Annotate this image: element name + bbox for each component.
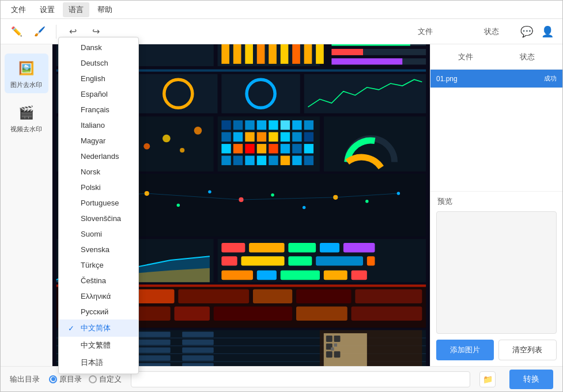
file-row[interactable]: 01.png 成功	[430, 70, 562, 88]
lang-cestina[interactable]: Čeština	[59, 273, 138, 288]
svg-rect-53	[233, 132, 243, 142]
svg-rect-6	[221, 44, 229, 64]
svg-rect-151	[326, 336, 332, 342]
svg-rect-59	[304, 132, 313, 142]
status-col-header: 状态	[471, 26, 512, 37]
svg-point-42	[194, 127, 202, 135]
svg-rect-60	[221, 144, 231, 153]
lang-ellinika[interactable]: Ελληνικά	[59, 288, 138, 304]
preview-thumbnail	[436, 211, 557, 334]
lang-russian[interactable]: Русский	[59, 304, 138, 319]
brush-tool-button[interactable]: 🖌️	[31, 22, 49, 41]
svg-rect-49	[281, 120, 290, 130]
radio-original-dir[interactable]: 原目录	[49, 374, 82, 385]
undo-icon: ↩	[69, 26, 77, 37]
lang-italiano[interactable]: Italiano	[59, 117, 138, 133]
lang-deutsch[interactable]: Deutsch	[59, 55, 138, 71]
svg-point-86	[303, 206, 305, 209]
folder-icon: 📁	[483, 375, 493, 384]
svg-rect-119	[253, 290, 292, 304]
lang-japanese[interactable]: 日本語	[59, 354, 138, 371]
clear-list-button[interactable]: 清空列表	[498, 340, 557, 360]
add-image-button[interactable]: 添加图片	[436, 340, 494, 360]
lang-espanol[interactable]: Español	[59, 86, 138, 102]
svg-rect-99	[249, 243, 284, 252]
svg-rect-155	[331, 347, 334, 350]
lang-slovenscina[interactable]: Slovenščina	[59, 211, 138, 226]
svg-rect-46	[245, 120, 254, 130]
svg-rect-14	[316, 44, 324, 64]
svg-rect-13	[304, 44, 312, 64]
lang-francais[interactable]: Français	[59, 102, 138, 117]
file-col-header: 文件	[379, 26, 471, 37]
menu-settings[interactable]: 设置	[34, 2, 61, 17]
svg-rect-73	[281, 156, 290, 165]
output-label: 输出目录	[10, 374, 40, 385]
pen-tool-button[interactable]: ✏️	[7, 22, 26, 41]
right-panel-header: 文件 状态	[430, 44, 562, 70]
lang-nederlands[interactable]: Nederlands	[59, 149, 138, 164]
svg-rect-146	[182, 347, 214, 353]
svg-rect-61	[233, 144, 243, 153]
svg-rect-65	[281, 144, 290, 153]
svg-rect-55	[257, 132, 266, 142]
svg-rect-48	[269, 120, 278, 130]
lang-svenska[interactable]: Svenska	[59, 242, 138, 257]
folder-browse-button[interactable]: 📁	[479, 371, 496, 387]
svg-rect-74	[292, 156, 301, 165]
svg-point-88	[365, 200, 368, 203]
radio-original-dot	[49, 375, 57, 383]
lang-polski[interactable]: Polski	[59, 180, 138, 195]
svg-rect-67	[304, 144, 313, 153]
radio-custom-dir[interactable]: 自定义	[89, 374, 122, 385]
svg-rect-68	[221, 156, 231, 165]
right-panel: 文件 状态 01.png 成功 预览 添加图片 清空列表	[430, 44, 562, 366]
lang-chinese-traditional[interactable]: 中文繁體	[59, 337, 138, 354]
lang-turkce[interactable]: Türkçe	[59, 257, 138, 273]
svg-rect-107	[367, 256, 375, 265]
lang-norsk[interactable]: Norsk	[59, 164, 138, 180]
svg-rect-54	[245, 132, 254, 142]
svg-rect-121	[355, 290, 422, 304]
radio-custom-dot	[89, 375, 97, 383]
svg-rect-8	[245, 44, 253, 64]
menu-file[interactable]: 文件	[5, 2, 32, 17]
svg-rect-11	[281, 44, 289, 64]
svg-point-40	[163, 135, 171, 143]
menu-language[interactable]: 语言	[63, 2, 89, 17]
chat-icon-button[interactable]: 💬	[519, 24, 535, 40]
svg-point-39	[143, 143, 150, 150]
toolbar-right: 💬 👤	[519, 24, 556, 40]
image-watermark-icon: 🖼️	[16, 58, 37, 79]
output-path-input[interactable]	[131, 371, 470, 387]
menu-bar: 文件 设置 语言 帮助	[1, 1, 562, 19]
svg-rect-72	[269, 156, 278, 165]
radio-original-label: 原目录	[59, 374, 82, 385]
sidebar-item-image-watermark[interactable]: 🖼️ 图片去水印	[5, 54, 48, 93]
svg-rect-7	[233, 44, 241, 64]
svg-rect-69	[233, 156, 243, 165]
lang-chinese-simplified[interactable]: ✓ 中文简体	[59, 319, 138, 337]
sidebar-item-video-watermark[interactable]: 🎬 视频去水印	[5, 98, 48, 138]
lang-dansk[interactable]: Dansk	[59, 40, 138, 55]
sidebar-label-video: 视频去水印	[10, 125, 42, 133]
svg-rect-145	[182, 340, 214, 345]
lang-portuguese[interactable]: Portuguese	[59, 195, 138, 211]
svg-rect-105	[288, 256, 312, 265]
svg-rect-10	[269, 44, 277, 64]
language-dropdown: Dansk Deutsch English Español Français I…	[58, 37, 139, 374]
svg-rect-64	[269, 144, 278, 153]
lang-magyar[interactable]: Magyar	[59, 133, 138, 149]
convert-button[interactable]: 转换	[509, 370, 553, 389]
svg-point-82	[177, 204, 180, 207]
right-panel-actions: 添加图片 清空列表	[430, 334, 562, 366]
user-icon-button[interactable]: 👤	[539, 24, 556, 40]
svg-rect-109	[257, 271, 277, 280]
menu-help[interactable]: 帮助	[92, 2, 118, 17]
svg-rect-124	[175, 307, 210, 321]
lang-english[interactable]: English	[59, 71, 138, 86]
sidebar-label-image: 图片去水印	[10, 81, 42, 89]
svg-rect-144	[182, 332, 214, 337]
svg-rect-70	[245, 156, 254, 165]
lang-suomi[interactable]: Suomi	[59, 226, 138, 242]
